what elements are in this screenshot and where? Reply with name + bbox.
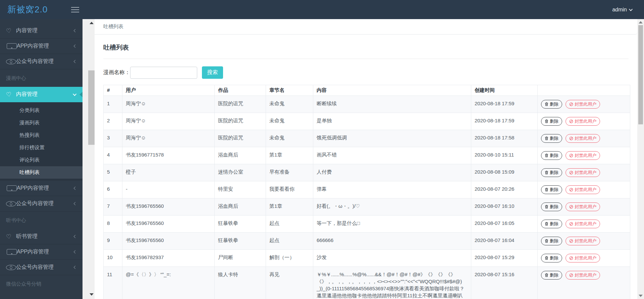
- delete-button[interactable]: 删除: [541, 202, 562, 211]
- chevron-icon: [74, 202, 77, 205]
- sidebar-subitem[interactable]: 吐槽列表: [0, 166, 83, 179]
- cell-actions: 删除 封禁此用户: [538, 130, 630, 147]
- cell-content: 饿死低调低调: [313, 130, 471, 147]
- delete-button[interactable]: 删除: [541, 220, 562, 228]
- sidebar-item[interactable]: 公众号内容管理: [0, 260, 83, 275]
- delete-button[interactable]: 删除: [541, 100, 562, 109]
- cell-created-time: 2020-08-18 17:58: [471, 130, 538, 147]
- scroll-up-arrow-icon[interactable]: [90, 22, 94, 24]
- column-header: 作品: [215, 85, 266, 96]
- sidebar-item[interactable]: 内容管理: [0, 87, 83, 102]
- search-button[interactable]: 搜索: [202, 66, 223, 79]
- ban-user-button[interactable]: 封禁此用户: [566, 168, 600, 177]
- cell-index: 8: [104, 216, 122, 233]
- table-row: 6 - 特里安 我要看看你 弹幕 2020-08-07 20:26 删除 封禁此…: [104, 181, 630, 198]
- cell-created-time: 2020-08-18 17:59: [471, 113, 538, 130]
- cell-chapter: 早有准备: [266, 164, 313, 181]
- table-row: 8 书友1596765560 狂暴铁拳 起点 等一下，那是什么□ 2020-08…: [104, 216, 630, 233]
- ban-user-button[interactable]: 封禁此用户: [566, 117, 600, 126]
- trash-icon: [545, 102, 548, 106]
- ban-user-button[interactable]: 封禁此用户: [566, 254, 600, 262]
- cell-actions: 删除 封禁此用户: [538, 233, 630, 250]
- ban-icon: [569, 256, 573, 260]
- comic-name-input[interactable]: [130, 67, 197, 79]
- scroll-down-arrow-icon[interactable]: [639, 295, 643, 297]
- ban-icon: [569, 136, 573, 140]
- table-header-row: #用户作品章节名内容创建时间: [104, 85, 630, 96]
- column-header: 创建时间: [471, 85, 538, 96]
- scrollbar-thumb[interactable]: [88, 70, 95, 145]
- sidebar-section-label: 漫画中心: [0, 69, 83, 87]
- ban-icon: [569, 222, 573, 226]
- ban-user-button[interactable]: 封禁此用户: [566, 151, 600, 160]
- chevron-icon: [74, 29, 77, 33]
- chevron-icon: [74, 266, 77, 269]
- sidebar-subitem[interactable]: 漫画列表: [0, 117, 83, 129]
- ban-user-button[interactable]: 封禁此用户: [566, 237, 600, 245]
- cell-content: 好看(。・ω・。)/♡: [313, 198, 471, 216]
- ban-icon: [569, 171, 573, 175]
- cell-user: -: [122, 181, 215, 198]
- cell-content: 等一下，那是什么□: [313, 216, 471, 233]
- cell-work: 特里安: [215, 181, 266, 198]
- trash-icon: [545, 239, 548, 243]
- sidebar-subitem[interactable]: 分类列表: [0, 104, 83, 117]
- cell-user: 周海宁☺: [122, 96, 215, 113]
- sidebar: 内容管理 APP内容管理 公众号内容管理 漫画中心 内容管理 分类列表 漫画列表…: [0, 19, 83, 299]
- app-logo: 新被窝2.0: [0, 4, 67, 15]
- sidebar-subitem[interactable]: 评论列表: [0, 154, 83, 166]
- scrollbar-thumb[interactable]: [638, 25, 643, 124]
- ban-user-button[interactable]: 封禁此用户: [566, 134, 600, 143]
- sidebar-item[interactable]: APP内容管理: [0, 244, 83, 260]
- delete-button[interactable]: 删除: [541, 185, 562, 194]
- column-header: 章节名: [266, 85, 313, 96]
- hamburger-menu-icon[interactable]: [71, 5, 80, 14]
- cell-chapter: 未命鬼: [266, 96, 313, 113]
- content-scrollbar: [83, 19, 95, 299]
- user-menu[interactable]: admin: [612, 7, 633, 13]
- scroll-down-arrow-icon[interactable]: [90, 293, 94, 296]
- table-row: 11 @=《〈〉》〉 “”_=: 狼人卡特 再见 ￥%￥......%.....…: [104, 267, 630, 299]
- cell-content: ￥%￥......%......%@%......&&！@#！@#！@#》《》《…: [313, 267, 471, 299]
- search-label: 漫画名称：: [103, 69, 130, 76]
- page-title: 吐槽列表: [103, 43, 629, 52]
- sidebar-item[interactable]: 公众号内容管理: [0, 54, 83, 69]
- ban-icon: [569, 205, 573, 209]
- ban-icon: [569, 188, 573, 192]
- table-row: 1 周海宁☺ 医院的诅咒 未命鬼 断断续续 2020-08-18 17:59 删…: [104, 96, 630, 113]
- delete-button[interactable]: 删除: [541, 237, 562, 245]
- sidebar-item[interactable]: 听书管理: [0, 229, 83, 244]
- delete-button[interactable]: 删除: [541, 134, 562, 143]
- cell-work: 狼人卡特: [215, 267, 266, 299]
- delete-button[interactable]: 删除: [541, 117, 562, 126]
- delete-button[interactable]: 删除: [541, 271, 562, 280]
- cell-work: 尸间断: [215, 250, 266, 267]
- sidebar-subitem[interactable]: 排行榜设置: [0, 141, 83, 154]
- ban-user-button[interactable]: 封禁此用户: [566, 185, 600, 194]
- trash-icon: [545, 188, 548, 192]
- ban-user-button[interactable]: 封禁此用户: [566, 100, 600, 109]
- cell-work: 迷情办公室: [215, 164, 266, 181]
- delete-button[interactable]: 删除: [541, 254, 562, 262]
- sidebar-item[interactable]: 公众号内容管理: [0, 196, 83, 212]
- delete-button[interactable]: 删除: [541, 151, 562, 160]
- sidebar-item[interactable]: APP内容管理: [0, 39, 83, 54]
- delete-button[interactable]: 删除: [541, 168, 562, 177]
- column-header: 内容: [313, 85, 471, 96]
- phone-icon: [7, 185, 17, 191]
- scroll-up-arrow-icon[interactable]: [639, 21, 643, 23]
- sidebar-item[interactable]: APP内容管理: [0, 181, 83, 196]
- cell-content: 是单独: [313, 113, 471, 130]
- ban-user-button[interactable]: 封禁此用户: [566, 220, 600, 228]
- cell-actions: 删除 封禁此用户: [538, 164, 630, 181]
- cell-actions: 删除 封禁此用户: [538, 147, 630, 164]
- heart-icon: [6, 234, 16, 240]
- sidebar-item[interactable]: 内容管理: [0, 23, 83, 39]
- cell-work: 狂暴铁拳: [215, 216, 266, 233]
- ban-user-button[interactable]: 封禁此用户: [566, 202, 600, 211]
- table-row: 10 书友1596782937 尸间断 解剖（一） 沙发 2020-08-07 …: [104, 250, 630, 267]
- ban-icon: [569, 154, 573, 158]
- sidebar-subitem[interactable]: 热搜列表: [0, 129, 83, 141]
- cell-chapter: 未命鬼: [266, 130, 313, 147]
- ban-user-button[interactable]: 封禁此用户: [566, 271, 600, 280]
